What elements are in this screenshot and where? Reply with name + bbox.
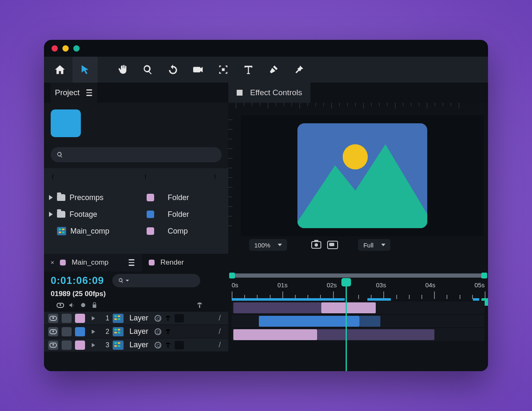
- track-2[interactable]: [232, 314, 485, 328]
- timeline-search-input[interactable]: [112, 274, 200, 287]
- horizontal-ruler: [228, 103, 488, 109]
- viewer-tabs: Effect Controls: [228, 83, 488, 103]
- region-tool[interactable]: [211, 57, 236, 83]
- shy-column-icon[interactable]: [196, 302, 203, 309]
- parent-link-icon[interactable]: /: [219, 327, 221, 336]
- layer-color-swatch[interactable]: [75, 341, 85, 350]
- layer-row[interactable]: 3 Layer /: [44, 338, 228, 351]
- project-tab[interactable]: Project: [51, 83, 97, 103]
- clip[interactable]: [233, 302, 321, 313]
- shy-toggle-icon[interactable]: [165, 328, 171, 335]
- work-area-range[interactable]: [232, 273, 485, 278]
- shy-toggle-icon[interactable]: [165, 342, 171, 349]
- blend-mode-cell[interactable]: [175, 328, 184, 336]
- composition-viewport[interactable]: [241, 115, 484, 236]
- bin-type-comp[interactable]: Comp: [147, 225, 223, 237]
- parent-link-icon[interactable]: /: [219, 341, 221, 349]
- snapshot-button[interactable]: [311, 241, 321, 249]
- time-ruler[interactable]: 0s 01s 02s 03s 04s 05s: [228, 280, 488, 301]
- playhead[interactable]: [346, 280, 347, 371]
- track-1[interactable]: [232, 301, 485, 314]
- blend-mode-cell[interactable]: [175, 341, 184, 349]
- bin-type-folder-1[interactable]: Folder: [147, 192, 223, 203]
- layer-index: 1: [102, 315, 109, 322]
- lock-column-icon[interactable]: [91, 302, 98, 309]
- audio-toggle[interactable]: [62, 314, 72, 323]
- clip[interactable]: [317, 329, 434, 340]
- close-window-button[interactable]: [52, 45, 58, 52]
- clip[interactable]: [259, 316, 359, 327]
- fx-indicator-icon[interactable]: [155, 342, 161, 349]
- solo-toggle[interactable]: [88, 327, 98, 336]
- audio-column-icon[interactable]: [68, 302, 75, 309]
- blend-mode-cell[interactable]: [175, 314, 184, 323]
- effect-controls-tab[interactable]: Effect Controls: [228, 83, 310, 103]
- camera-tool[interactable]: [186, 57, 211, 83]
- pen-tool[interactable]: [261, 57, 286, 83]
- frame-info: 01989 (25 00fps): [51, 290, 222, 298]
- current-timecode[interactable]: 0:01:06:09: [51, 275, 104, 286]
- effect-controls-label: Effect Controls: [250, 88, 302, 97]
- layer-color-swatch[interactable]: [75, 314, 85, 323]
- close-tab-button[interactable]: ×: [51, 259, 54, 266]
- pin-tool[interactable]: [286, 57, 311, 83]
- project-panel-menu-icon[interactable]: [85, 89, 93, 96]
- project-search-input[interactable]: [51, 147, 222, 162]
- bin-label: Main_comp: [70, 227, 109, 236]
- zoom-tool[interactable]: [135, 57, 160, 83]
- solo-column-icon[interactable]: [80, 302, 87, 309]
- layer-name-label: Layer: [129, 341, 151, 349]
- selected-item-thumbnail[interactable]: [51, 109, 81, 137]
- bin-main-comp[interactable]: Main_comp: [49, 225, 142, 237]
- hand-tool[interactable]: [110, 57, 135, 83]
- work-area-bar[interactable]: [228, 271, 488, 280]
- visibility-toggle[interactable]: [48, 314, 58, 323]
- track-3[interactable]: [232, 328, 485, 341]
- bin-type-folder-2[interactable]: Folder: [147, 208, 223, 220]
- shy-toggle-icon[interactable]: [165, 315, 171, 322]
- color-swatch: [147, 227, 154, 235]
- clip[interactable]: [359, 316, 380, 327]
- text-tool[interactable]: [236, 57, 261, 83]
- search-icon: [118, 278, 124, 284]
- solo-toggle[interactable]: [88, 341, 98, 350]
- fx-indicator-icon[interactable]: [155, 315, 161, 322]
- layer-type-icon: [113, 314, 124, 323]
- timeline-tab-main[interactable]: × Main_comp: [44, 254, 142, 271]
- visibility-toggle[interactable]: [48, 327, 58, 336]
- layer-row[interactable]: 1 Layer /: [44, 311, 228, 325]
- timeline-tab-render[interactable]: Render: [142, 254, 191, 271]
- layer-color-swatch[interactable]: [75, 327, 85, 336]
- home-tool[interactable]: [47, 57, 72, 83]
- work-area-start-handle[interactable]: [229, 273, 235, 278]
- channel-button[interactable]: [327, 241, 338, 249]
- mountain-shape: [297, 165, 385, 228]
- work-area-end-handle[interactable]: [481, 273, 487, 278]
- bin-type-label: Folder: [168, 210, 189, 219]
- timeline-tab-label: Main_comp: [72, 258, 108, 267]
- folder-icon: [57, 194, 65, 201]
- clip[interactable]: [321, 302, 376, 313]
- clip[interactable]: [233, 329, 317, 340]
- visibility-toggle[interactable]: [48, 341, 58, 350]
- selection-tool[interactable]: [72, 57, 98, 83]
- bin-footage[interactable]: Footage: [49, 208, 142, 220]
- resolution-dropdown[interactable]: Full: [358, 239, 390, 251]
- timeline-tracks: [228, 301, 488, 341]
- layer-row[interactable]: 2 Layer /: [44, 325, 228, 338]
- audio-toggle[interactable]: [62, 327, 72, 336]
- visibility-column-icon[interactable]: [57, 303, 64, 308]
- audio-toggle[interactable]: [62, 341, 72, 350]
- timeline-panel-menu-icon[interactable]: [128, 259, 135, 266]
- layer-index: 2: [102, 328, 109, 336]
- fx-indicator-icon[interactable]: [155, 328, 161, 335]
- bin-precomps[interactable]: Precomps: [49, 192, 142, 203]
- maximize-window-button[interactable]: [73, 45, 80, 52]
- parent-link-icon[interactable]: /: [219, 314, 221, 323]
- rotate-tool[interactable]: [160, 57, 186, 83]
- solo-toggle[interactable]: [88, 314, 98, 323]
- chevron-down-icon: [126, 280, 129, 281]
- zoom-dropdown[interactable]: 100%: [249, 239, 287, 251]
- minimize-window-button[interactable]: [62, 45, 69, 52]
- time-label: 03s: [376, 281, 386, 289]
